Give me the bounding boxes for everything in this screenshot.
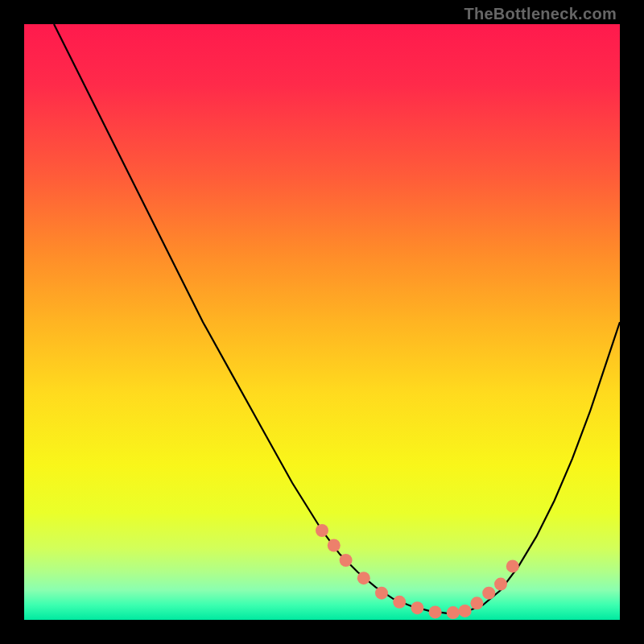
bottleneck-curve xyxy=(54,24,620,613)
chart-svg xyxy=(24,24,620,620)
curve-line xyxy=(54,24,620,613)
marker-dot xyxy=(429,605,442,618)
watermark-text: TheBottleneck.com xyxy=(464,5,617,23)
marker-dot xyxy=(357,572,370,584)
marker-dot xyxy=(375,587,388,600)
marker-dot xyxy=(470,597,483,609)
plot-area xyxy=(24,24,620,620)
marker-dot xyxy=(393,596,406,609)
marker-dot xyxy=(494,578,507,591)
marker-dot xyxy=(316,524,328,537)
marker-dot xyxy=(328,539,341,552)
highlight-markers xyxy=(316,524,519,619)
marker-dot xyxy=(459,605,472,617)
marker-dot xyxy=(506,559,519,572)
marker-dot xyxy=(340,554,353,567)
marker-dot xyxy=(447,606,460,619)
marker-dot xyxy=(411,601,423,614)
chart-container: TheBottleneck.com xyxy=(0,0,644,644)
marker-dot xyxy=(482,587,495,600)
